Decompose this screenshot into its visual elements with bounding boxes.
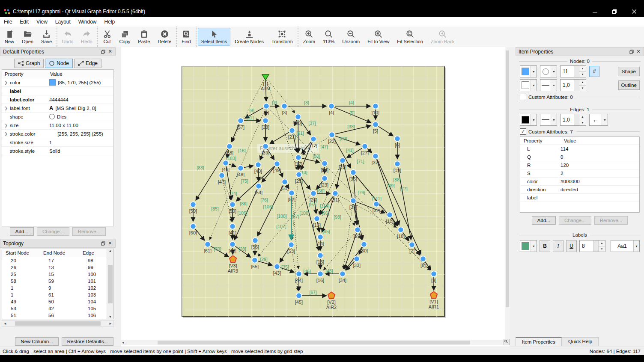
- toolbar-cut-button[interactable]: Cut: [99, 28, 115, 46]
- canvas-corner-zoom-button[interactable]: [504, 339, 510, 345]
- attribute-value[interactable]: #000000: [561, 179, 639, 184]
- topology-vertical-scrollbar[interactable]: ▲▼: [107, 249, 113, 319]
- graph-node-53[interactable]: [289, 242, 294, 248]
- canvas-horizontal-scrollbar[interactable]: ◂ ▸: [121, 340, 506, 345]
- table-row[interactable]: 5442105: [2, 305, 113, 312]
- graph-node-58[interactable]: [227, 144, 233, 149]
- node-stroke-style-dropdown[interactable]: ▼: [540, 79, 557, 91]
- scroll-left-icon[interactable]: ◄: [3, 322, 7, 326]
- graph-node-28[interactable]: [340, 158, 346, 163]
- graph-node-19[interactable]: [395, 161, 400, 167]
- node-size-value[interactable]: 11: [561, 66, 574, 77]
- graph-node-48[interactable]: [238, 166, 244, 171]
- graph-node-60[interactable]: [191, 224, 196, 229]
- scroll-left-icon[interactable]: ◂: [122, 341, 124, 344]
- edge-width-value[interactable]: 1,0: [561, 114, 574, 125]
- graph-node-32[interactable]: [374, 202, 379, 207]
- table-row[interactable]: 161103: [2, 291, 113, 298]
- spin-down-icon[interactable]: ▼: [579, 85, 586, 91]
- graph-node-51[interactable]: [282, 179, 288, 185]
- graph-node-4[interactable]: [329, 104, 334, 109]
- menu-view[interactable]: View: [33, 18, 51, 26]
- graph-node-3[interactable]: [282, 104, 287, 109]
- restore-defaults-button[interactable]: Restore Defaults...: [62, 337, 113, 346]
- property-row-stroke.style[interactable]: stroke.styleSolid: [2, 147, 113, 155]
- toolbar-zoom-button[interactable]: Zoom: [300, 28, 319, 46]
- graph-node-16[interactable]: [318, 271, 323, 277]
- edge-direction-dropdown[interactable]: ←▼: [589, 114, 608, 126]
- toolbar-undo-button[interactable]: Undo: [59, 28, 77, 46]
- label-size-spinner[interactable]: 8▲▼: [579, 240, 605, 252]
- shape-button[interactable]: Shape: [618, 67, 640, 76]
- scrollbar-thumb[interactable]: [506, 50, 509, 307]
- graph-node-41[interactable]: [230, 224, 236, 229]
- remove-button[interactable]: Remove...: [72, 227, 106, 236]
- graph-node-46[interactable]: [223, 160, 229, 166]
- label-preset-dropdown[interactable]: Aa1▼: [611, 240, 640, 252]
- node-shape-dropdown[interactable]: ▼: [540, 65, 557, 77]
- node-size-spinner[interactable]: 11▲▼: [560, 65, 586, 77]
- float-panel-icon[interactable]: [100, 49, 107, 55]
- graph-node-42[interactable]: [230, 242, 236, 247]
- graph-node-50[interactable]: [230, 202, 236, 208]
- menu-file[interactable]: File: [0, 18, 16, 26]
- column-header[interactable]: Property: [520, 138, 561, 143]
- toolbar-delete-button[interactable]: Delete: [154, 28, 175, 46]
- graph-node-54[interactable]: [256, 184, 262, 189]
- spin-up-icon[interactable]: ▲: [579, 114, 586, 120]
- table-row[interactable]: 5243107: [2, 319, 113, 319]
- graph-node-34[interactable]: [340, 271, 346, 277]
- graph-node-7[interactable]: [409, 242, 415, 248]
- graph-node-44[interactable]: [296, 271, 302, 277]
- toolbar-unzoom-button[interactable]: Unzoom: [339, 28, 363, 46]
- node-stroke-width-spinner[interactable]: 1,0▲▼: [560, 79, 586, 91]
- toolbar-new-button[interactable]: New: [1, 28, 18, 46]
- table-row[interactable]: 5156106: [2, 312, 113, 319]
- graph-node-40[interactable]: [256, 162, 261, 168]
- graph-node-39[interactable]: [263, 144, 268, 149]
- restore-button[interactable]: [605, 6, 624, 17]
- toolbar-zoom-back-button[interactable]: Zoom Back: [427, 28, 458, 46]
- edge-color-dropdown[interactable]: ▼: [520, 114, 537, 126]
- close-button[interactable]: [624, 6, 644, 17]
- attribute-value[interactable]: 2: [561, 171, 639, 176]
- column-header[interactable]: Start Node: [2, 250, 40, 255]
- table-row[interactable]: 201798: [2, 257, 113, 264]
- table-row[interactable]: 5859101: [2, 278, 113, 285]
- graph-node-57[interactable]: [238, 118, 244, 124]
- toolbar-save-button[interactable]: Save: [38, 28, 55, 46]
- property-value[interactable]: 1: [48, 140, 113, 145]
- property-row-size[interactable]: ❯size11.00 x 11.00: [2, 121, 113, 130]
- tab-quick-help[interactable]: Quick Help: [562, 337, 599, 346]
- topology-horizontal-scrollbar[interactable]: ◄ ►: [2, 320, 114, 327]
- property-value[interactable]: #444444: [48, 97, 113, 102]
- table-row[interactable]: 261399: [2, 264, 113, 271]
- tab-item-properties[interactable]: Item Properties: [516, 337, 562, 346]
- graph-node-20[interactable]: [295, 114, 301, 120]
- table-row[interactable]: 2515100: [2, 271, 113, 278]
- spin-up-icon[interactable]: ▲: [579, 80, 586, 85]
- property-row-stroke.color[interactable]: ❯stroke.color [255, 255, 255] (255): [2, 130, 113, 138]
- menu-help[interactable]: Help: [101, 18, 119, 26]
- toolbar-transform-button[interactable]: Transform: [268, 28, 296, 46]
- attribute-value[interactable]: 114: [561, 146, 639, 151]
- graph-node-5[interactable]: [373, 122, 379, 128]
- close-panel-icon[interactable]: ✕: [635, 49, 642, 55]
- expand-arrow-icon[interactable]: ❯: [2, 132, 10, 136]
- label-color-dropdown[interactable]: ▼: [520, 240, 537, 252]
- toolbar-fit-selection-button[interactable]: Fit Selection: [394, 28, 426, 46]
- close-panel-icon[interactable]: ✕: [107, 240, 113, 246]
- property-value[interactable]: Solid: [48, 148, 113, 154]
- graph-node-21[interactable]: [289, 128, 295, 134]
- label-size-value[interactable]: 8: [580, 240, 593, 252]
- graph-node-6[interactable]: [395, 136, 400, 142]
- change-button[interactable]: Change...: [37, 227, 69, 236]
- edge-style-dropdown[interactable]: ▼: [540, 114, 557, 126]
- nodes-custom-attributes-checkbox[interactable]: [520, 94, 526, 100]
- graph-node-36[interactable]: [351, 170, 356, 175]
- tab-node[interactable]: Node: [45, 59, 73, 68]
- float-panel-icon[interactable]: [100, 240, 107, 246]
- table-row[interactable]: 4950104: [2, 298, 113, 305]
- table-row[interactable]: 19102: [2, 285, 113, 291]
- property-row-shape[interactable]: shapeDics: [2, 113, 113, 121]
